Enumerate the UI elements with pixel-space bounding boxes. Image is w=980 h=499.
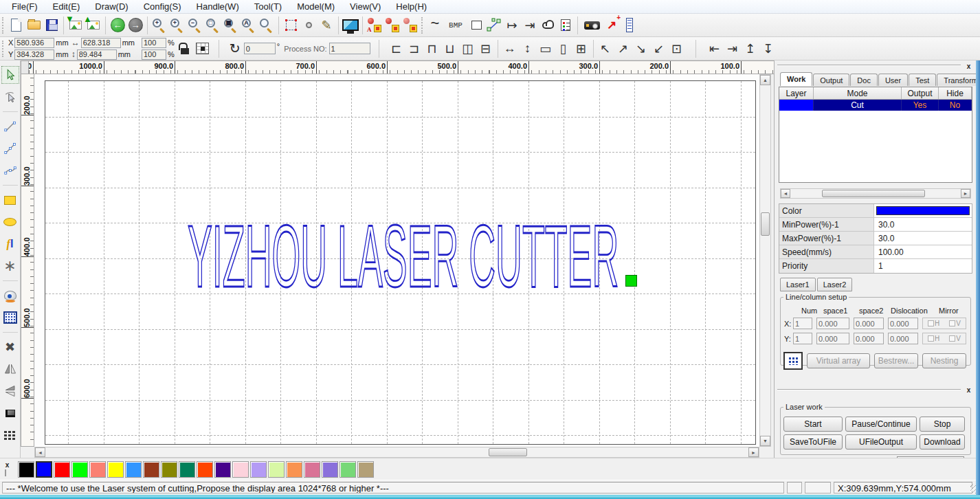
grid-snap-button[interactable] <box>194 40 212 58</box>
array-x-space2-input[interactable] <box>854 318 884 329</box>
export-button[interactable]: ▲ <box>85 16 102 34</box>
menu-config[interactable]: Config(S) <box>136 0 189 13</box>
zoom-pan-button[interactable]: + <box>151 16 168 34</box>
palette-color-swatch[interactable] <box>286 461 302 478</box>
y-position-input[interactable] <box>14 49 54 60</box>
section-close-button[interactable]: x <box>964 386 973 395</box>
palette-color-swatch[interactable] <box>71 461 88 478</box>
tab-test[interactable]: Test <box>909 74 936 86</box>
node-edit-tool[interactable] <box>1 88 19 106</box>
property-row-color[interactable]: Color <box>779 204 972 218</box>
property-row[interactable]: Priority 1 <box>779 259 972 273</box>
to-bottom-edge-button[interactable]: ↧ <box>759 40 777 58</box>
to-right-edge-button[interactable]: ⇥ <box>724 40 742 58</box>
group-button[interactable] <box>383 16 401 34</box>
same-size-button[interactable]: ⊞ <box>572 40 590 58</box>
array-x-num-input[interactable] <box>793 318 812 329</box>
palette-grip[interactable] <box>5 469 6 476</box>
pause-continue-button[interactable]: Pause/Continue <box>845 417 917 432</box>
text-tool[interactable]: fI <box>1 235 19 253</box>
tab-laser2[interactable]: Laser2 <box>817 278 853 291</box>
layer-mode-cell[interactable]: Cut <box>814 100 902 111</box>
canvas-text-object[interactable]: YIZHOU LASER CUTTER <box>188 212 619 300</box>
scroll-left-button[interactable]: ◄ <box>35 447 45 457</box>
canvas-vscrollbar[interactable]: ▲ ▼ <box>759 74 771 447</box>
fill-height-button[interactable]: ▯ <box>555 40 572 58</box>
mirror-h-checkbox[interactable]: H <box>928 320 939 327</box>
property-row[interactable]: MaxPower(%)-1 30.0 <box>779 232 972 245</box>
width-input[interactable] <box>81 38 121 48</box>
nine-grid-tool[interactable] <box>1 426 19 444</box>
color-value-swatch[interactable] <box>876 206 970 215</box>
curve-smooth-button[interactable]: ~ <box>426 16 444 34</box>
palette-color-swatch[interactable] <box>89 461 106 478</box>
same-width-button[interactable]: ↔ <box>501 40 519 58</box>
import-button[interactable]: ▼ <box>67 16 85 34</box>
array-x-dislocation-input[interactable] <box>888 318 918 329</box>
array-copy-tool[interactable] <box>1 309 19 326</box>
array-preview-button[interactable] <box>783 352 803 370</box>
same-height-button[interactable]: ↕ <box>519 40 537 58</box>
layer-hide-cell[interactable]: No <box>939 100 972 111</box>
menu-edit[interactable]: Edit(E) <box>45 0 88 13</box>
array-y-space2-input[interactable] <box>854 333 884 344</box>
array-y-dislocation-input[interactable] <box>888 333 918 344</box>
save-button[interactable] <box>43 16 60 34</box>
track-point-button[interactable] <box>300 16 318 34</box>
to-top-edge-button[interactable]: ↥ <box>742 40 759 58</box>
palette-color-swatch[interactable] <box>107 461 124 478</box>
line-tool[interactable] <box>1 118 19 135</box>
palette-color-swatch[interactable] <box>143 461 159 478</box>
scroll-left-button[interactable]: ◄ <box>781 189 790 198</box>
menu-handle[interactable]: Handle(W) <box>189 0 247 13</box>
dimension-h-button[interactable]: ↦ <box>503 16 521 34</box>
hscroll-thumb[interactable] <box>489 448 527 456</box>
canvas-size-tool[interactable] <box>1 404 19 422</box>
select-box-button[interactable] <box>282 16 300 34</box>
palette-color-swatch[interactable] <box>161 461 177 478</box>
device-output-button[interactable] <box>581 16 603 34</box>
mirror-horizontal-tool[interactable] <box>1 360 19 378</box>
polyline-tool[interactable] <box>1 140 19 157</box>
palette-color-swatch[interactable] <box>250 461 267 478</box>
layer-table-hscrollbar[interactable]: ◄ ► <box>780 188 971 199</box>
select-tool[interactable] <box>1 66 19 84</box>
zoom-out-button[interactable]: − <box>186 16 204 34</box>
param-library-button[interactable] <box>557 16 575 34</box>
mirror-h-checkbox[interactable]: H <box>928 335 939 342</box>
zoom-table-button[interactable]: ▦ <box>222 16 240 34</box>
nesting-button[interactable]: Nesting <box>922 353 966 368</box>
capture-tool[interactable] <box>1 287 19 304</box>
start-button[interactable]: Start <box>783 417 843 432</box>
to-left-edge-button[interactable]: ⇤ <box>706 40 724 58</box>
array-y-space1-input[interactable] <box>816 333 849 344</box>
zoom-page-button[interactable]: □ <box>204 16 222 34</box>
palette-color-swatch[interactable] <box>36 461 52 478</box>
toolbar-grip[interactable] <box>2 41 5 57</box>
menu-file[interactable]: File(F) <box>4 0 45 13</box>
toolbar-grip[interactable] <box>421 17 424 34</box>
ufile-output-button[interactable]: UFileOutput <box>845 434 917 450</box>
preview-button[interactable] <box>342 16 359 34</box>
align-top-button[interactable]: ⊓ <box>423 40 441 58</box>
laser-position-button[interactable]: ↗+ <box>603 16 621 34</box>
fill-width-button[interactable]: ▭ <box>537 40 555 58</box>
save-to-ufile-button[interactable]: SaveToUFile <box>783 434 843 450</box>
tab-laser1[interactable]: Laser1 <box>780 278 816 291</box>
mirror-v-checkbox[interactable]: V <box>949 335 961 342</box>
dimension-edge-button[interactable]: ⇥ <box>521 16 539 34</box>
property-row[interactable]: MinPower(%)-1 30.0 <box>779 218 972 232</box>
align-bottom-button[interactable]: ⊔ <box>441 40 459 58</box>
height-input[interactable] <box>77 49 117 60</box>
rotate-angle-input[interactable] <box>244 43 276 54</box>
to-bottom-right-button[interactable]: ↘ <box>632 40 650 58</box>
scroll-right-button[interactable]: ► <box>748 447 759 457</box>
palette-close-button[interactable]: x <box>3 461 12 469</box>
menu-tool[interactable]: Tool(T) <box>247 0 289 13</box>
palette-color-swatch[interactable] <box>54 461 70 478</box>
open-file-button[interactable] <box>25 16 43 34</box>
palette-color-swatch[interactable] <box>214 461 231 478</box>
zoom-all-button[interactable]: A <box>240 16 258 34</box>
tab-work[interactable]: Work <box>780 72 812 86</box>
canvas-hscrollbar[interactable]: ◄ ► <box>34 447 759 458</box>
